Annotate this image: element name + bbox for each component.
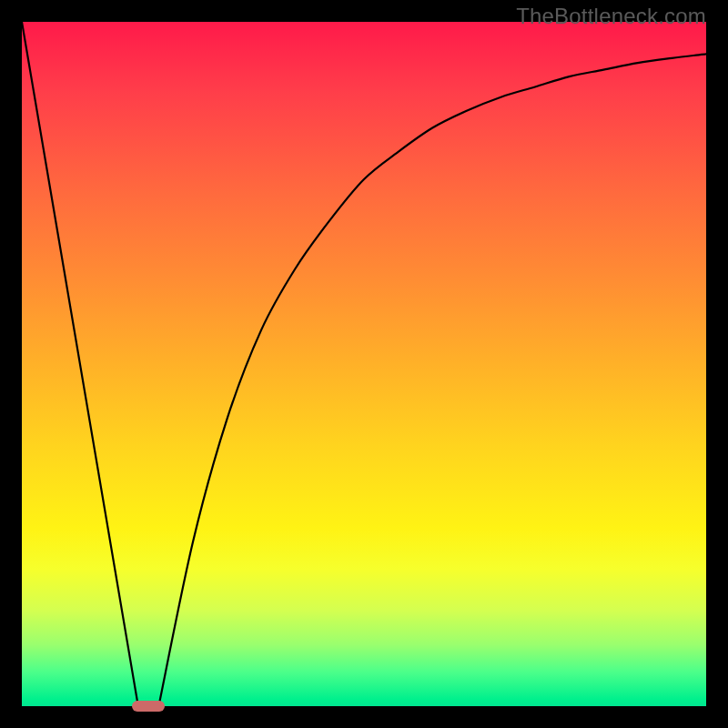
curve-layer	[22, 22, 706, 706]
plot-area	[22, 22, 706, 706]
right-curve	[158, 54, 706, 706]
chart-frame: TheBottleneck.com	[0, 0, 728, 728]
bottleneck-marker	[132, 701, 165, 712]
watermark-text: TheBottleneck.com	[516, 4, 706, 29]
left-line-curve	[22, 22, 138, 706]
